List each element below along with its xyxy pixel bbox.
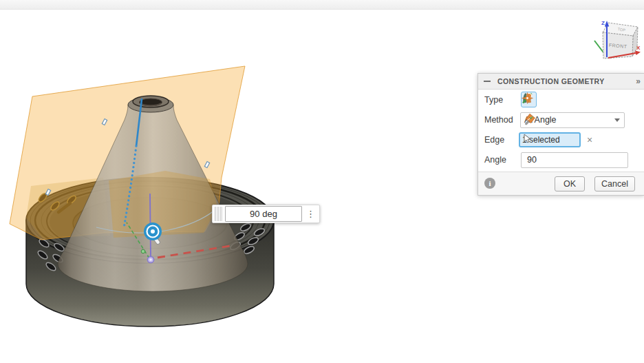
x-arrowhead [635,51,641,56]
rotation-handle[interactable] [144,222,162,240]
green-point [141,249,145,253]
angle-input[interactable] [521,152,628,168]
dialog-header: CONSTRUCTION GEOMETRY » [478,74,644,90]
edge-label: Edge [484,135,504,145]
construction-point-icon [521,92,534,105]
angle-label: Angle [484,155,506,165]
edge-row: Edge 1 selected × [478,130,644,149]
plane-through-cone-tint [109,171,217,238]
cancel-button[interactable]: Cancel [594,176,635,191]
info-icon[interactable]: i [484,178,495,189]
ok-button[interactable]: OK [555,176,585,191]
chevron-down-icon [614,118,620,122]
dimension-menu-button[interactable]: ⋮ [302,205,319,223]
drag-handle[interactable] [214,207,223,221]
type-option-axis[interactable] [541,92,557,107]
method-row: Method At Angle [478,110,644,129]
z-axis-label: Z [601,20,605,26]
edge-selection-button[interactable]: 1 selected [519,132,581,147]
app-canvas: FRONT TOP Z X ⋮ CONSTRUCTION GEOMETRY » … [0,0,644,363]
type-label: Type [484,95,503,105]
dimension-input-box: ⋮ [212,205,320,223]
x-axis-label: X [636,45,641,51]
collapse-icon[interactable] [484,81,491,82]
at-angle-method-icon [524,113,536,125]
origin-point-core [149,258,152,261]
angle-row: Angle [478,150,644,169]
dialog-footer: i OK Cancel [478,172,644,195]
type-option-point[interactable] [562,92,578,107]
method-dropdown[interactable]: At Angle [520,112,625,128]
dialog-title: CONSTRUCTION GEOMETRY [497,77,605,85]
cursor-icon [523,134,532,143]
viewcube[interactable]: FRONT TOP Z X [594,20,641,59]
clear-selection-icon[interactable]: × [587,134,592,145]
construction-geometry-dialog: CONSTRUCTION GEOMETRY » Type [477,73,644,196]
type-row: Type [478,90,644,110]
overflow-icon[interactable]: » [636,76,641,86]
method-label: Method [484,115,513,125]
angle-dimension-input[interactable] [225,206,302,222]
